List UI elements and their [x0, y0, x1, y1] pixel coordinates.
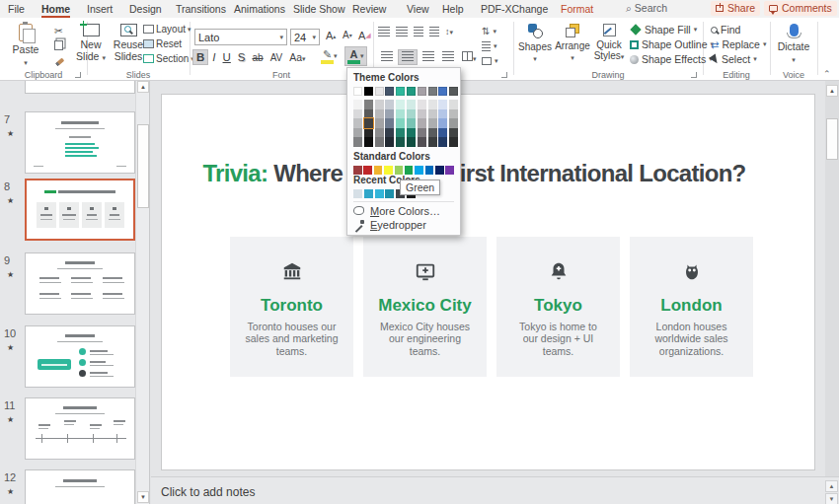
menu-tab-help[interactable]: Help [442, 2, 464, 18]
theme-color-shade-swatch[interactable] [428, 100, 437, 109]
menu-tab-pdf-xchange[interactable]: PDF-XChange [481, 2, 548, 18]
shapes-button[interactable]: Shapes▾ [515, 24, 555, 64]
format-painter-button[interactable] [55, 60, 64, 64]
menu-tab-home[interactable]: Home [41, 2, 70, 18]
theme-color-shade-swatch[interactable] [396, 100, 405, 109]
theme-color-shade-swatch[interactable] [353, 137, 362, 147]
decrease-font-button[interactable]: A▾ [343, 30, 352, 40]
increase-indent-icon[interactable] [429, 27, 439, 36]
smartart-button[interactable]: ▾ [482, 57, 498, 65]
more-colors-item[interactable]: More Colors… [353, 204, 454, 218]
theme-color-shade-swatch[interactable] [364, 109, 373, 119]
copy-button[interactable] [54, 40, 63, 50]
theme-color-shade-swatch[interactable] [375, 109, 384, 119]
theme-color-shade-swatch[interactable] [449, 137, 458, 147]
theme-color-shade-swatch[interactable] [418, 118, 426, 128]
standard-color-swatch[interactable] [425, 166, 434, 175]
theme-color-shade-swatch[interactable] [396, 118, 405, 128]
standard-color-swatch[interactable] [405, 166, 414, 175]
theme-color-shade-swatch[interactable] [385, 128, 394, 138]
comments-button[interactable]: Comments [764, 1, 837, 16]
recent-color-swatch[interactable] [385, 189, 394, 198]
theme-color-shade-swatch[interactable] [438, 137, 447, 147]
menu-tab-animations[interactable]: Animations [234, 2, 285, 18]
main-scrollbar[interactable]: ▲ [825, 81, 839, 476]
theme-color-shade-swatch[interactable] [396, 109, 405, 119]
clipboard-dialog-launcher[interactable] [75, 72, 81, 78]
city-card-toronto[interactable]: TorontoToronto houses our sales and mark… [230, 237, 353, 377]
theme-color-shade-swatch[interactable] [396, 128, 405, 138]
standard-color-swatch[interactable] [363, 166, 372, 175]
menu-tab-file[interactable]: File [8, 2, 25, 18]
share-button[interactable]: Share [711, 1, 760, 16]
bullets-icon[interactable] [378, 27, 390, 36]
theme-color-swatch[interactable] [449, 87, 458, 96]
menu-tab-slide-show[interactable]: Slide Show [293, 2, 345, 18]
theme-color-shade-swatch[interactable] [353, 100, 362, 109]
theme-color-shade-swatch[interactable] [385, 100, 394, 109]
theme-color-swatch[interactable] [418, 87, 426, 96]
slide-thumbnail-10[interactable] [25, 325, 135, 388]
underline-button[interactable]: U [220, 50, 234, 64]
theme-color-shade-swatch[interactable] [428, 137, 437, 147]
standard-color-swatch[interactable] [353, 166, 362, 175]
section-button[interactable]: Section▾ [143, 53, 194, 64]
slide-title[interactable]: Trivia: Where Was Our First Internationa… [148, 160, 801, 187]
city-card-tokyo[interactable]: TokyoTokyo is home to our design + UI te… [496, 237, 620, 377]
city-card-mexico-city[interactable]: Mexico CityMexico City houses our engine… [363, 237, 487, 377]
standard-color-swatch[interactable] [374, 166, 383, 175]
justify-button[interactable] [439, 50, 457, 64]
shape-effects-button[interactable]: Shape Effects▾ [630, 53, 713, 65]
reset-button[interactable]: Reset [143, 38, 182, 49]
theme-color-swatch[interactable] [407, 87, 416, 96]
theme-color-shade-swatch[interactable] [364, 137, 373, 147]
search-box[interactable]: ⌕ Search [626, 2, 667, 15]
standard-color-swatch[interactable] [445, 166, 454, 175]
line-spacing-icon[interactable]: ↕▾ [445, 27, 453, 36]
slide-thumbnail-11[interactable] [25, 397, 135, 460]
theme-color-shade-swatch[interactable] [418, 137, 426, 147]
change-case-button[interactable]: Aa▾ [286, 50, 308, 64]
highlight-color-button[interactable]: ✎▾ [321, 48, 338, 64]
bold-button[interactable]: B [192, 49, 208, 65]
theme-color-shade-swatch[interactable] [449, 118, 458, 128]
theme-color-shade-swatch[interactable] [353, 118, 362, 128]
next-slide-button[interactable]: ▼ [825, 493, 838, 504]
find-button[interactable]: Find [711, 24, 740, 36]
main-scrollbar-thumb[interactable] [826, 118, 838, 160]
theme-color-shade-swatch[interactable] [353, 109, 362, 119]
theme-color-shade-swatch[interactable] [364, 100, 373, 109]
slide-thumbnail-8[interactable] [25, 179, 135, 241]
reuse-slides-button[interactable]: Reuse Slides [111, 24, 146, 62]
strikethrough-button[interactable]: ab [250, 51, 267, 64]
font-name-combo[interactable]: Lato▾ [194, 29, 287, 45]
theme-color-swatch[interactable] [385, 87, 394, 96]
thumbnail-scroll-up-button[interactable]: ▲ [137, 81, 149, 93]
theme-color-swatch[interactable] [375, 87, 384, 96]
theme-color-swatch[interactable] [353, 87, 362, 96]
theme-color-shade-swatch[interactable] [375, 100, 384, 109]
slide-canvas[interactable]: Trivia: Where Was Our First Internationa… [161, 94, 815, 470]
menu-tab-transitions[interactable]: Transitions [176, 2, 226, 18]
theme-color-shade-swatch[interactable] [375, 137, 384, 147]
columns-button[interactable]: ▾ [459, 50, 480, 64]
recent-color-swatch[interactable] [375, 189, 384, 198]
layout-button[interactable]: Layout▾ [143, 24, 191, 35]
notes-placeholder[interactable]: Click to add notes [161, 485, 255, 499]
theme-color-shade-swatch[interactable] [375, 128, 384, 138]
slide-thumbnail-9[interactable] [25, 252, 135, 315]
align-left-button[interactable] [378, 50, 396, 64]
theme-color-shade-swatch[interactable] [418, 100, 426, 109]
theme-color-shade-swatch[interactable] [438, 100, 447, 109]
previous-slide-button[interactable]: ▲ [825, 480, 838, 492]
eyedropper-item[interactable]: Eyedropper [353, 218, 454, 232]
character-spacing-button[interactable]: AV [267, 51, 286, 64]
text-direction-button[interactable]: ⇅▾ [482, 26, 496, 36]
theme-color-shade-swatch[interactable] [438, 109, 447, 119]
paste-button[interactable]: Paste▾ [6, 24, 45, 67]
align-right-button[interactable] [420, 50, 437, 64]
dictate-button[interactable]: Dictate▾ [776, 24, 811, 64]
theme-color-shade-swatch[interactable] [407, 118, 416, 128]
theme-color-shade-swatch[interactable] [428, 128, 437, 138]
standard-color-swatch[interactable] [384, 166, 393, 175]
